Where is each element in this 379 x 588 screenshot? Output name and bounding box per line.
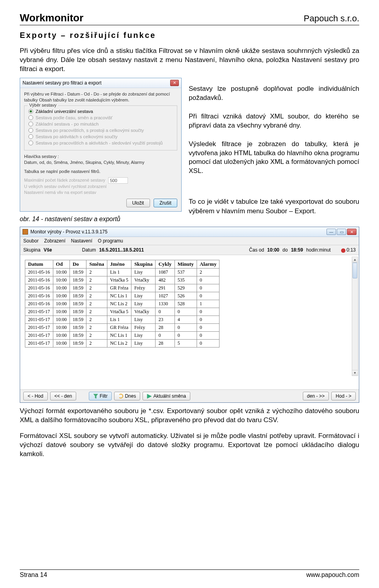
page-header: Workmonitor Papouch s.r.o. [20, 12, 359, 25]
tb-casod-label: Čas od [249, 247, 264, 253]
btn-prev-hour[interactable]: < - Hod [23, 392, 48, 400]
radio-option-5[interactable]: Sestava po pracovištích a aktivitách - s… [28, 140, 173, 146]
radio-label: Sestava po aktivitách s celkovými součty [36, 134, 118, 139]
scroll-thumb[interactable] [353, 263, 357, 278]
table-cell: 28 [156, 340, 174, 348]
tb-casod-value[interactable]: 10:00 [267, 247, 280, 253]
table-row[interactable]: 2011-05-1710:0018:592Lis 1Lisy2340 [25, 316, 220, 324]
table-cell: 2 [86, 340, 107, 348]
radio-option-0[interactable]: Základní univerzální sestava [28, 108, 173, 115]
settings-dialog: Nastavení sestavy pro filtraci a export … [20, 78, 182, 212]
radio-icon [28, 109, 33, 114]
table-cell: 10:00 [53, 300, 69, 308]
btn-next-day[interactable]: den - >> [303, 392, 329, 400]
table-row[interactable]: 2011-05-1610:0018:592Vrtačka 5Vrtačky482… [25, 276, 220, 284]
tb-do-value[interactable]: 18:59 [291, 247, 303, 253]
radio-icon [28, 134, 33, 139]
table-cell: 23 [156, 316, 174, 324]
table-cell: 526 [174, 292, 197, 300]
table-cell: GR Fréza [107, 284, 131, 292]
table-row[interactable]: 2011-05-1610:0018:592GR FrézaFrézy291529… [25, 284, 220, 292]
intro-paragraph: Při výběru filtru přes více dnů a stisku… [20, 47, 359, 74]
toolbar: Skupina Vše Datum 16.5.2011..18.5.2011 Č… [20, 245, 359, 255]
table-row[interactable]: 2011-05-1710:0018:592Vrtačka 5Vrtačky000 [25, 308, 220, 316]
scroll-down-icon[interactable]: ▼ [352, 370, 358, 376]
tb-datum-value[interactable]: 16.5.2011..18.5.2011 [99, 247, 144, 253]
btn-label: Filtr [99, 393, 107, 399]
table-cell: 0 [197, 276, 220, 284]
menu-nastaveni[interactable]: Nastavení [71, 238, 92, 244]
tb-datum-label: Datum [82, 247, 96, 253]
btn-dnes[interactable]: Dnes [114, 392, 140, 400]
bottom-toolbar: < - Hod << - den Filtr Dnes Aktuální smě… [20, 389, 359, 402]
table-cell: 18:59 [69, 292, 86, 300]
table-cell: 0 [197, 308, 220, 316]
record-indicator: 0:13 [341, 247, 356, 253]
table-cell: 0 [197, 340, 220, 348]
table-cell: 2011-05-17 [25, 332, 53, 340]
table-cell: 0 [197, 332, 220, 340]
play-icon [147, 394, 152, 398]
table-row[interactable]: 2011-05-1710:0018:592NC Lis 1Lisy000 [25, 332, 220, 340]
table-cell: 482 [156, 276, 174, 284]
table-cell: 0 [156, 332, 174, 340]
table-cell: 528 [174, 300, 197, 308]
table-cell: 10:00 [53, 292, 69, 300]
close-icon[interactable]: ✕ [347, 229, 356, 235]
refresh-icon [118, 394, 123, 398]
vertical-scrollbar[interactable]: ▲ ▼ [352, 257, 358, 376]
table-cell: Lisy [131, 269, 156, 276]
dialog-note-1: U velkých sestav ovlivní rychlost zobraz… [24, 184, 177, 190]
btn-next-hour[interactable]: Hod - > [331, 392, 356, 400]
radio-option-4[interactable]: Sestava po aktivitách s celkovými součty [28, 133, 173, 140]
btn-prev-day[interactable]: << - den [50, 392, 77, 400]
table-cell: 18:59 [69, 332, 86, 340]
footer-url: www.papouch.com [306, 571, 359, 579]
radio-label: Sestava po pracovištích, s prostoji a ce… [36, 128, 144, 133]
btn-filtr[interactable]: Filtr [89, 392, 112, 400]
table-row[interactable]: 2011-05-1710:0018:592GR FrézaFrézy2800 [25, 324, 220, 332]
tb-skupina-label: Skupina [23, 247, 40, 253]
table-cell: 18:59 [69, 269, 86, 276]
maximize-icon[interactable]: ▭ [337, 229, 346, 235]
table-cell: 2011-05-16 [25, 284, 53, 292]
table-cell: NC Lis 1 [107, 332, 131, 340]
menu-soubor[interactable]: Soubor [23, 238, 39, 244]
radio-option-2[interactable]: Základní sestava - po minutách [28, 121, 173, 127]
side-note-2: Při filtraci vzniká datový XML soubor, d… [189, 112, 359, 130]
table-cell: 291 [156, 284, 174, 292]
col-header: Cykly [156, 260, 174, 269]
table-cell: Lisy [131, 332, 156, 340]
table-cell: 529 [174, 284, 197, 292]
radio-label: Základní sestava - po minutách [36, 122, 99, 126]
cancel-button[interactable]: Zrušit [154, 199, 177, 207]
table-cell: 2 [86, 308, 107, 316]
radio-icon [28, 128, 33, 133]
btn-aktualni-smena[interactable]: Aktuální směna [143, 392, 190, 400]
table-row[interactable]: 2011-05-1610:0018:592NC Lis 2Lisy1330528… [25, 300, 220, 308]
table-cell: 10:00 [53, 284, 69, 292]
scroll-up-icon[interactable]: ▲ [352, 257, 358, 263]
radio-option-1[interactable]: Sestava podle času, směn a pracovišť [28, 115, 173, 121]
radio-label: Základní univerzální sestava [36, 109, 93, 114]
table-row[interactable]: 2011-05-1710:0018:592NC Lis 2Lisy2850 [25, 340, 220, 348]
save-button[interactable]: Uložit [126, 199, 150, 207]
table-cell: 28 [156, 324, 174, 332]
table-cell: Vrtačky [131, 276, 156, 284]
radio-option-3[interactable]: Sestava po pracovištích, s prostoji a ce… [28, 127, 173, 133]
table-cell: Vrtačka 5 [107, 276, 131, 284]
right-under-caption: To co je vidět v tabulce lze také vyexpo… [189, 197, 359, 216]
figure-caption: obr. 14 - nastavení sestav a exportů [20, 216, 182, 223]
table-cell: 2 [86, 292, 107, 300]
minimize-icon[interactable]: — [326, 229, 336, 235]
table-row[interactable]: 2011-05-1610:0018:592NC Lis 1Lisy1027526… [25, 292, 220, 300]
table-row[interactable]: 2011-05-1610:0018:592Lis 1Lisy10875372 [25, 269, 220, 276]
table-cell: 18:59 [69, 316, 86, 324]
menu-zobrazeni[interactable]: Zobrazení [44, 238, 66, 244]
menu-oprogramu[interactable]: O programu [98, 238, 123, 244]
close-icon[interactable]: ✕ [170, 80, 179, 86]
table-cell: 5 [174, 340, 197, 348]
max-rows-input[interactable] [108, 177, 128, 184]
hlav-value: Datum, od, do, Směna, Jméno, Skupina, Cy… [24, 160, 177, 165]
tb-skupina-value[interactable]: Vše [43, 247, 52, 253]
